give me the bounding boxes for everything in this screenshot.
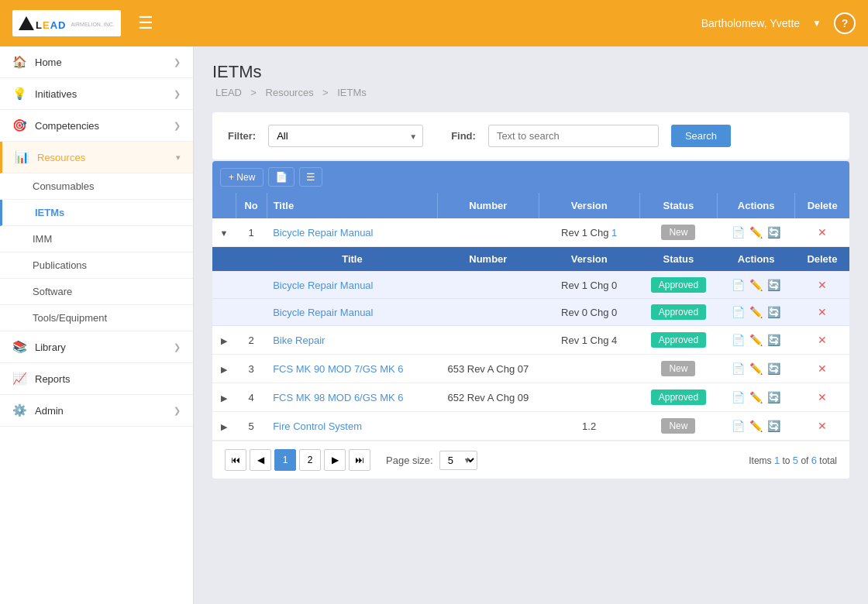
breadcrumb-ietms[interactable]: IETMs: [337, 87, 367, 98]
expand-cell[interactable]: ▼: [212, 218, 236, 247]
chevron-resources-icon: ▾: [176, 153, 181, 163]
edit-icon[interactable]: ✏️: [749, 306, 763, 318]
expand-cell[interactable]: ▶: [212, 355, 236, 383]
sidebar-item-publications[interactable]: Publications: [0, 252, 193, 279]
first-page-button[interactable]: ⏮: [225, 449, 246, 471]
expand-cell[interactable]: ▶: [212, 326, 236, 355]
search-input[interactable]: [488, 125, 659, 147]
row-title: Bicycle Repair Manual: [267, 218, 438, 247]
sub-col-number: Number: [438, 247, 539, 272]
title-link[interactable]: Fire Control System: [273, 420, 362, 432]
page-size-select[interactable]: 5 10 25 50: [439, 451, 477, 470]
sidebar-item-consumables[interactable]: Consumables: [0, 173, 193, 200]
sidebar-item-admin[interactable]: ⚙️ Admin ❯: [0, 395, 193, 427]
sidebar-item-home[interactable]: 🏠 Home ❯: [0, 46, 193, 78]
view-icon[interactable]: 📄: [732, 420, 745, 432]
sidebar-item-software[interactable]: Software: [0, 279, 193, 305]
sidebar-item-imm[interactable]: IMM: [0, 226, 193, 252]
new-button[interactable]: + New: [220, 168, 264, 187]
table-row: ▶ 5 Fire Control System 1.2 New 📄 ✏️: [212, 412, 849, 441]
table-row: ▶ 4 FCS MK 98 MOD 6/GS MK 6 652 Rev A Ch…: [212, 383, 849, 412]
breadcrumb-resources[interactable]: Resources: [266, 87, 314, 98]
restore-icon[interactable]: 🔄: [767, 279, 780, 291]
expand-cell[interactable]: ▶: [212, 383, 236, 412]
expand-icon[interactable]: ▶: [221, 422, 227, 431]
last-page-button[interactable]: ⏭: [349, 449, 370, 471]
delete-icon[interactable]: ✕: [818, 362, 827, 375]
filter-select[interactable]: All Active Inactive: [268, 125, 423, 147]
expand-cell[interactable]: ▶: [212, 412, 236, 441]
version-link[interactable]: 1: [611, 227, 617, 239]
restore-icon[interactable]: 🔄: [767, 226, 780, 239]
title-link[interactable]: FCS MK 98 MOD 6/GS MK 6: [273, 392, 403, 403]
user-name[interactable]: Bartholomew, Yvette: [701, 17, 800, 29]
sub-col-version: Version: [539, 247, 639, 272]
list-button[interactable]: ☰: [299, 167, 322, 187]
help-button[interactable]: ?: [834, 12, 856, 34]
edit-icon[interactable]: ✏️: [749, 391, 763, 403]
edit-icon[interactable]: ✏️: [749, 334, 763, 346]
sub-title-link[interactable]: Bicycle Repair Manual: [273, 280, 373, 291]
sidebar-item-reports[interactable]: 📈 Reports: [0, 363, 193, 395]
view-icon[interactable]: 📄: [732, 334, 745, 346]
sidebar-item-library[interactable]: 📚 Library ❯: [0, 331, 193, 363]
hamburger-menu[interactable]: ☰: [138, 13, 153, 33]
page-1-button[interactable]: 1: [274, 449, 296, 471]
view-icon[interactable]: 📄: [732, 226, 745, 239]
restore-icon[interactable]: 🔄: [767, 391, 780, 403]
page-2-button[interactable]: 2: [299, 449, 321, 471]
sidebar-label-competencies: Competencies: [35, 120, 99, 132]
view-icon[interactable]: 📄: [732, 279, 745, 291]
copy-button[interactable]: 📄: [268, 167, 294, 187]
sub-title-link[interactable]: Bicycle Repair Manual: [273, 307, 373, 318]
header-right: Bartholomew, Yvette ▼ ?: [701, 12, 856, 34]
delete-icon[interactable]: ✕: [818, 420, 827, 432]
sidebar-item-tools[interactable]: Tools/Equipment: [0, 305, 193, 331]
next-page-button[interactable]: ▶: [324, 449, 346, 471]
edit-icon[interactable]: ✏️: [749, 226, 763, 239]
collapse-icon[interactable]: ▼: [220, 228, 229, 238]
delete-icon[interactable]: ✕: [818, 279, 827, 291]
sub-label-software: Software: [33, 286, 72, 297]
status-badge: Approved: [651, 277, 706, 293]
edit-icon[interactable]: ✏️: [749, 420, 763, 432]
delete-icon[interactable]: ✕: [818, 391, 827, 403]
title-link[interactable]: Bike Repair: [273, 335, 325, 346]
sidebar-item-resources[interactable]: 📊 Resources ▾: [0, 142, 193, 173]
title-link[interactable]: FCS MK 90 MOD 7/GS MK 6: [273, 363, 403, 375]
sidebar-label-initiatives: Initiatives: [35, 88, 77, 100]
restore-icon[interactable]: 🔄: [767, 334, 780, 346]
view-icon[interactable]: 📄: [732, 391, 745, 403]
expand-icon[interactable]: ▶: [221, 393, 227, 403]
view-icon[interactable]: 📄: [732, 362, 745, 375]
restore-icon[interactable]: 🔄: [767, 420, 780, 432]
sidebar-item-initiatives[interactable]: 💡 Initiatives ❯: [0, 78, 193, 110]
sidebar-item-competencies[interactable]: 🎯 Competencies ❯: [0, 110, 193, 142]
main-content: IETMs LEAD > Resources > IETMs Filter: A…: [194, 46, 868, 604]
page-size-wrapper: 5 10 25 50: [436, 451, 477, 470]
sub-row-actions: 📄 ✏️ 🔄: [718, 299, 795, 326]
view-icon[interactable]: 📄: [732, 306, 745, 318]
edit-icon[interactable]: ✏️: [749, 279, 763, 291]
row-number: [438, 326, 539, 355]
delete-icon[interactable]: ✕: [818, 334, 827, 346]
expand-icon[interactable]: ▶: [221, 336, 227, 345]
col-no: No: [236, 193, 267, 218]
row-version: [539, 383, 639, 412]
breadcrumb-lead[interactable]: LEAD: [215, 87, 242, 98]
edit-icon[interactable]: ✏️: [749, 362, 763, 375]
delete-icon[interactable]: ✕: [818, 226, 827, 239]
row-delete: ✕: [795, 355, 849, 383]
restore-icon[interactable]: 🔄: [767, 306, 780, 318]
sub-label-publications: Publications: [33, 259, 87, 271]
title-link[interactable]: Bicycle Repair Manual: [273, 227, 373, 239]
sidebar-item-ietms[interactable]: IETMs: [0, 200, 193, 226]
restore-icon[interactable]: 🔄: [767, 362, 780, 375]
delete-icon[interactable]: ✕: [818, 306, 827, 318]
expand-icon[interactable]: ▶: [221, 365, 227, 374]
row-status: New: [639, 355, 717, 383]
prev-page-button[interactable]: ◀: [250, 449, 271, 471]
chevron-competencies-icon: ❯: [174, 121, 181, 131]
library-icon: 📚: [12, 340, 27, 354]
search-button[interactable]: Search: [671, 125, 731, 147]
